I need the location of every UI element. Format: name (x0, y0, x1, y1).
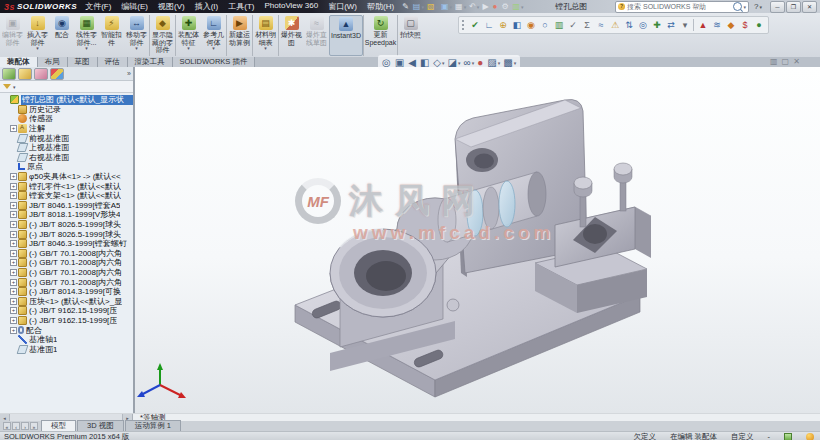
command-manager-tab[interactable]: 装配体 (0, 57, 38, 67)
reference-geometry-button[interactable]: ∟ 参考几 何体 ▾ (201, 15, 226, 56)
bill-of-materials-button[interactable]: ▤ 材料明 细表 ▾ (252, 15, 278, 56)
menu-item[interactable]: 编辑(E) (121, 1, 148, 12)
expand-icon[interactable]: + (10, 183, 17, 190)
open-file-icon[interactable]: ▧▾ (427, 2, 438, 11)
save-icon[interactable]: ▣▾ (441, 2, 452, 11)
tree-item[interactable]: + (-) JB/T 8026.5-1999[球头 (0, 220, 133, 230)
tree-item[interactable]: + JB/T 8046.3-1999[镗套螺钉 (0, 239, 133, 249)
undo-icon[interactable]: ↶▾ (469, 2, 479, 11)
expand-icon[interactable] (10, 106, 17, 113)
restore-button[interactable]: ❐ (786, 1, 801, 13)
command-manager-tab[interactable]: SOLIDWORKS 插件 (173, 57, 256, 67)
mass-properties-icon[interactable]: ⊕ (497, 19, 509, 31)
show-hidden-components-button[interactable]: ◆ 显示隐 藏的零 部件 (149, 15, 175, 56)
menu-item[interactable]: 视图(V) (158, 1, 185, 12)
view-settings-icon[interactable]: ▩▾ (503, 57, 516, 68)
minimize-button[interactable]: ─ (770, 1, 785, 13)
tab-nav-icon[interactable]: » (30, 422, 38, 430)
smart-fasteners-button[interactable]: ⚡ 智能扣 件 (99, 15, 124, 56)
display-style-icon[interactable]: ◪▾ (448, 57, 461, 68)
tree-item[interactable]: 右视基准面 (0, 153, 133, 163)
tab-nav-icon[interactable]: « (3, 422, 11, 430)
expand-icon[interactable]: + (10, 250, 17, 257)
view-orientation-icon[interactable]: ◇▾ (433, 57, 444, 68)
filter-icon[interactable] (3, 84, 11, 89)
compare-icon[interactable]: ⇄ (665, 19, 677, 31)
tree-item[interactable]: + (-) GB/T 70.1-2008[内六角 (0, 277, 133, 287)
tree-item[interactable]: + JB/T 8046.1-1999[镗套A5 (0, 201, 133, 211)
tree-item[interactable]: + (-) JB/T 9162.15-1999[压 (0, 306, 133, 316)
tree-item[interactable]: + (-) JB/T 8014.3-1999[可换 (0, 287, 133, 297)
menu-item[interactable]: 帮助(H) (367, 1, 394, 12)
fullscreen-icon[interactable]: ▢ (782, 57, 790, 66)
configurationmanager-tab[interactable] (34, 68, 48, 80)
expand-icon[interactable]: + (10, 231, 17, 238)
expand-icon[interactable]: + (10, 221, 17, 228)
interference-detection-icon[interactable]: ⚠ (609, 19, 621, 31)
tree-item[interactable]: 历史记录 (0, 105, 133, 115)
tree-item[interactable]: + 镗套支架<1> (默认<<默认 (0, 191, 133, 201)
select-icon[interactable]: ▶ (482, 2, 489, 11)
tree-item[interactable]: + 配合 (0, 325, 133, 335)
expand-icon[interactable] (2, 96, 9, 103)
tree-item[interactable]: + (-) GB/T 70.1-2008[内六角 (0, 268, 133, 278)
expand-icon[interactable]: + (10, 327, 17, 334)
expand-icon[interactable]: + (10, 288, 17, 295)
clearance-verification-icon[interactable]: ⇅ (623, 19, 635, 31)
expand-icon[interactable]: + (10, 125, 17, 132)
previous-view-icon[interactable]: ◀ (408, 57, 417, 68)
tree-item[interactable]: + 注解 (0, 124, 133, 134)
quick-tips-icon[interactable] (784, 433, 792, 440)
sensor-icon[interactable]: ◉ (525, 19, 537, 31)
tree-item[interactable]: + 压块<1> (默认<<默认>_显 (0, 296, 133, 306)
sustainability-icon[interactable]: ● (753, 19, 765, 31)
hide-show-items-icon[interactable]: ∞▾ (464, 57, 475, 68)
help-search-box[interactable]: ? 搜索 SOLIDWORKS 帮助 ▾ (615, 1, 749, 13)
mate-button[interactable]: ◉ 配合 (50, 15, 74, 56)
tree-item[interactable]: 上视基准面 (0, 143, 133, 153)
menu-item[interactable]: 工具(T) (228, 1, 254, 12)
document-tab[interactable]: 运动算例 1 (125, 420, 181, 431)
measure-icon[interactable]: ∟ (483, 19, 495, 31)
toolbar-drag-handle[interactable] (462, 20, 467, 30)
dfmxpress-icon[interactable]: ◆ (725, 19, 737, 31)
explode-line-sketch-button[interactable]: ≈ 爆炸直 线草图 (304, 15, 329, 56)
3d-model[interactable] (135, 67, 820, 413)
simulationxpress-icon[interactable]: ▲ (693, 19, 709, 31)
menu-item[interactable]: 窗口(W) (328, 1, 357, 12)
featuremanager-tree-tab[interactable] (2, 68, 16, 80)
displaymanager-tab[interactable] (50, 68, 64, 80)
filter-dropdown-icon[interactable]: ▾ (13, 84, 16, 90)
help-menu-button[interactable]: ?▾ (754, 2, 762, 11)
panel-overflow-chevron[interactable]: » (127, 70, 131, 77)
tree-item[interactable]: 基准面1 (0, 344, 133, 354)
equations-icon[interactable]: Σ (581, 19, 593, 31)
command-manager-tab[interactable]: 草图 (68, 57, 98, 67)
expand-icon[interactable]: + (10, 192, 17, 199)
tab-nav-icon[interactable]: › (21, 422, 29, 430)
expand-icon[interactable]: + (10, 269, 17, 276)
statistics-icon[interactable]: ▥ (553, 19, 565, 31)
zoom-area-icon[interactable]: ▣ (395, 57, 405, 68)
zoom-fit-icon[interactable]: ◎ (382, 57, 392, 68)
tree-item[interactable]: + (-) JB/T 8026.5-1999[球头 (0, 229, 133, 239)
display-pane-toggle-icon[interactable]: ▥ (770, 57, 778, 66)
expand-icon[interactable]: + (10, 173, 17, 180)
expand-icon[interactable] (10, 135, 17, 142)
rebuild-icon[interactable]: ● (493, 2, 499, 11)
tree-item[interactable]: 镗孔总图 (默认<默认_显示状 (0, 95, 133, 105)
expand-icon[interactable] (10, 346, 17, 353)
linear-component-pattern-button[interactable]: ▦ 线性零 部件... ▾ (74, 15, 99, 56)
exploded-view-button[interactable]: ✱ 爆炸视 图 (278, 15, 304, 56)
tree-item[interactable]: + JB/T 8018.1-1999[V形块4 (0, 210, 133, 220)
print-icon[interactable]: ▦▾ (455, 2, 466, 11)
import-diagnostics-icon[interactable]: ✚ (651, 19, 663, 31)
tree-item[interactable]: 传感器 (0, 114, 133, 124)
tree-item[interactable]: + φ50夹具体<1> -> (默认<< (0, 172, 133, 182)
insert-components-button[interactable]: ↓ 插入零 部件 ▾ (25, 15, 50, 56)
task-pane-icon[interactable]: ▥▾ (513, 2, 524, 11)
document-tab[interactable]: 模型 (41, 420, 76, 431)
search-icon[interactable] (733, 2, 742, 11)
assembly-features-button[interactable]: ✚ 装配体 特征 ▾ (175, 15, 201, 56)
edit-component-button[interactable]: ▣ 编辑零 部件 (0, 15, 25, 56)
